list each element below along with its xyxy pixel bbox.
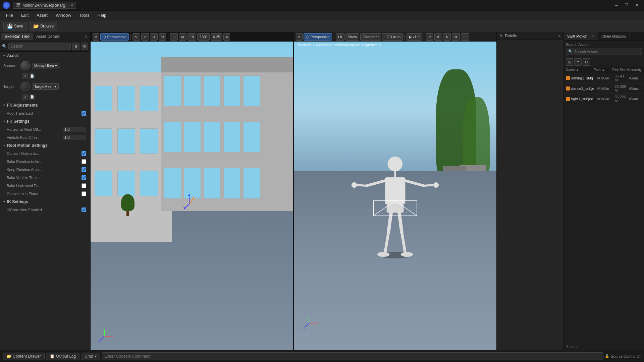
vp-perspective-label[interactable]: ⬡ Perspective xyxy=(100,33,128,41)
menu-tools[interactable]: Tools xyxy=(76,12,93,19)
vp-4-button[interactable]: 4 xyxy=(223,33,230,41)
svg-line-2 xyxy=(100,336,104,341)
vp-select-button[interactable]: ↖ xyxy=(132,33,140,41)
console-input[interactable] xyxy=(102,352,603,360)
root-translated-checkbox[interactable] xyxy=(82,111,86,116)
details-icon: ✎ xyxy=(499,34,503,38)
col-path-header: Path ▲ xyxy=(594,68,612,72)
asset-list-item[interactable]: dance2_subje /All/Gar 33.386 M /Game/h xyxy=(564,83,644,94)
asset-section-header[interactable]: ▼ Asset xyxy=(0,52,90,60)
vp-r-character-button[interactable]: Character xyxy=(360,33,381,41)
panel-close-button[interactable]: ✕ xyxy=(83,34,89,40)
source-control[interactable]: 🔒 Source Control Off xyxy=(605,354,641,358)
menu-file[interactable]: File xyxy=(3,12,16,19)
asset-list-item[interactable]: fight1_subjec /All/Gar 36.226 M /Game/h xyxy=(564,94,644,104)
asset-item-size: 36.226 M xyxy=(614,95,628,103)
search-assets-subtitle: Search Assets xyxy=(566,43,642,47)
menu-help[interactable]: Help xyxy=(94,12,110,19)
fk-settings-arrow: ▼ xyxy=(3,120,6,123)
viewport-perspective[interactable]: ≡ ⬡ Perspective ↖ ↗ ↺ ↻ ⊞ ⊠ 10 130° 0.25… xyxy=(91,32,294,350)
settings-button[interactable]: ⚙ xyxy=(81,43,88,50)
menu-edit[interactable]: Edit xyxy=(18,12,32,19)
browse-label: Browse xyxy=(40,24,54,28)
grid-view-button[interactable]: ⊞ xyxy=(72,43,79,50)
vp-rotate-button[interactable]: ↺ xyxy=(150,33,158,41)
vp-move-button[interactable]: ↗ xyxy=(141,33,149,41)
cmd-button[interactable]: Cmd ▾ xyxy=(81,353,100,360)
vp-r-hamburger[interactable]: ≡ xyxy=(296,33,303,41)
panel-tabs: Skeleton Tree Asset Details ✕ xyxy=(0,32,90,41)
ik-correction-checkbox[interactable] xyxy=(82,207,86,212)
root-motion-header[interactable]: ▼ Root Motion Settings xyxy=(0,141,90,149)
save-button[interactable]: 💾 Save xyxy=(3,22,27,31)
keep-rotation-checkbox[interactable] xyxy=(82,167,86,172)
asset-tab-chain[interactable]: Chain Mapping xyxy=(598,32,630,40)
menu-window[interactable]: Window xyxy=(52,12,74,19)
restore-button[interactable]: ❐ xyxy=(622,2,631,9)
svg-line-25 xyxy=(402,233,405,253)
vp-r-play-button[interactable]: ▶ x1.0 xyxy=(407,33,422,41)
vp-r-scale2[interactable]: ↻ xyxy=(443,33,451,41)
fk-adjustments-header[interactable]: ▼ FK Adjustments xyxy=(0,101,90,109)
bake-rotation-an-checkbox[interactable] xyxy=(82,159,86,164)
convert-motion-checkbox[interactable] xyxy=(82,151,86,156)
tab-skeleton-tree[interactable]: Skeleton Tree xyxy=(1,33,33,40)
tab-asset-details[interactable]: Asset Details xyxy=(33,33,63,40)
source-dropdown[interactable]: MocapHiera ▾ xyxy=(32,63,59,69)
vp-snap-button[interactable]: ⊠ xyxy=(179,33,186,41)
viewport-character[interactable]: ≡ ⬡ Perspective Lit Show Character LOD A… xyxy=(294,32,496,350)
vp-r-perspective[interactable]: ⬡ Perspective xyxy=(304,33,332,41)
horizontal-root-input[interactable] xyxy=(63,127,86,132)
minimize-button[interactable]: ─ xyxy=(612,2,621,9)
asset-filter-button[interactable]: ⊞ xyxy=(566,58,573,66)
asset-list-item[interactable]: aiming1_subj /All/Gar 35.43 Mil /Game/h xyxy=(564,73,644,83)
vertical-root-input[interactable] xyxy=(63,135,86,140)
toolbar: 💾 Save 📂 Browse xyxy=(0,20,644,32)
vp-10-button[interactable]: 10 xyxy=(187,33,196,41)
swift-tab-close[interactable]: ✕ xyxy=(592,35,594,38)
source-file-button[interactable]: 📄 xyxy=(29,73,35,79)
asset-tab-swift[interactable]: Swift Motion _ ✕ xyxy=(564,32,598,40)
convert-in-place-checkbox[interactable] xyxy=(82,191,86,196)
target-dropdown[interactable]: TargetMesh ▾ xyxy=(32,83,59,90)
source-reset-button[interactable]: ↺ xyxy=(22,73,28,79)
close-button[interactable]: ✕ xyxy=(632,2,641,9)
menu-asset[interactable]: Asset xyxy=(33,12,51,19)
svg-line-17 xyxy=(405,181,424,186)
vp-grid-button[interactable]: ⊞ xyxy=(170,33,178,41)
asset-settings-button[interactable]: ⚙ xyxy=(583,58,590,66)
content-drawer-button[interactable]: 📁 Content Drawer xyxy=(3,353,45,360)
output-log-button[interactable]: 📋 Output Log xyxy=(46,353,79,360)
ik-settings-header[interactable]: ▼ IK Settings xyxy=(0,198,90,206)
details-close-button[interactable]: ✕ xyxy=(558,34,561,38)
search-input[interactable] xyxy=(8,43,71,50)
bake-verticle-checkbox[interactable] xyxy=(82,175,86,180)
svg-line-22 xyxy=(388,213,391,233)
asset-item-hierarchy: /Game/h xyxy=(629,86,642,90)
asset-search-input[interactable] xyxy=(574,50,640,54)
vp-r-show-button[interactable]: Show xyxy=(345,33,360,41)
vp-130-button[interactable]: 130° xyxy=(197,33,210,41)
fk-settings-header[interactable]: ▼ FK Settings xyxy=(0,117,90,125)
bake-horizontal-checkbox[interactable] xyxy=(82,183,86,188)
target-reset-button[interactable]: ↺ xyxy=(22,94,28,100)
vp-hamburger-button[interactable]: ≡ xyxy=(93,33,99,41)
vp-025-button[interactable]: 0.25 xyxy=(211,33,222,41)
vp-r-extra[interactable]: ⋯ xyxy=(461,33,469,41)
tab-close-button[interactable]: ✕ xyxy=(70,3,73,7)
app-tab[interactable]: 🎬 Motion2AnimSeqRetarg... ✕ xyxy=(13,2,76,9)
vp-r-move2[interactable]: ↗ xyxy=(426,33,433,41)
vp-r-settings[interactable]: ⚙ xyxy=(452,33,460,41)
browse-button[interactable]: 📂 Browse xyxy=(30,22,57,31)
vp-r-lod-button[interactable]: LOD Auto xyxy=(382,33,403,41)
asset-drawer: Swift Motion _ ✕ Chain Mapping Search As… xyxy=(564,32,644,350)
window-3 xyxy=(140,86,158,111)
target-file-button[interactable]: 📄 xyxy=(29,94,35,100)
vp-r-rotate2[interactable]: ↺ xyxy=(434,33,442,41)
source-label: Source xyxy=(3,64,18,68)
vp-r-lit-button[interactable]: Lit xyxy=(336,33,344,41)
target-icons-row: ↺ 📄 xyxy=(0,93,90,101)
asset-sort-button[interactable]: ≡ xyxy=(574,58,582,66)
vp-scale-button[interactable]: ↻ xyxy=(159,33,166,41)
ik-correction-label: IKCorrection Enabled xyxy=(7,208,79,212)
